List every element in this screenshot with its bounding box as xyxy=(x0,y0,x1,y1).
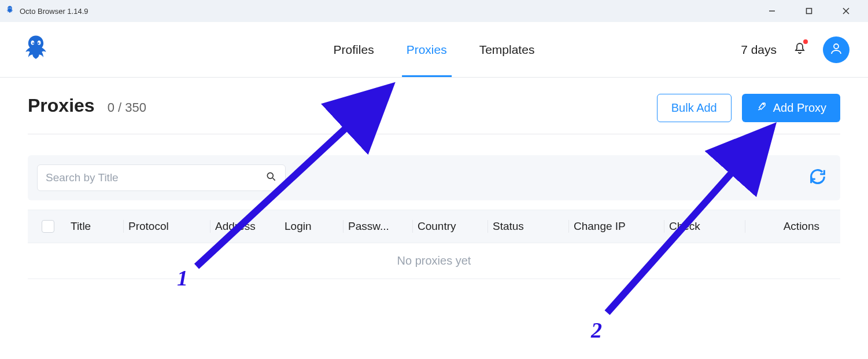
days-remaining[interactable]: 7 days xyxy=(741,43,777,57)
col-password[interactable]: Passw... xyxy=(343,220,413,233)
header-buttons: Bulk Add Add Proxy xyxy=(657,94,840,122)
col-address[interactable]: Address xyxy=(210,220,280,233)
user-icon xyxy=(829,42,843,58)
annotation-label-2: 2 xyxy=(591,317,602,343)
rocket-icon xyxy=(756,101,767,115)
page-header: Proxies 0 / 350 Bulk Add Add Proxy xyxy=(28,94,840,134)
title-left: Octo Browser 1.14.9 xyxy=(5,5,88,17)
col-status[interactable]: Status xyxy=(488,220,569,233)
search-bar xyxy=(28,155,840,200)
window-controls xyxy=(762,3,856,19)
nav-tabs: Profiles Proxies Templates xyxy=(334,22,535,77)
notification-dot xyxy=(803,39,808,44)
logo-icon xyxy=(19,31,53,68)
select-all-cell xyxy=(37,220,66,233)
col-actions: Actions xyxy=(745,220,831,233)
col-protocol[interactable]: Protocol xyxy=(124,220,210,233)
svg-point-8 xyxy=(32,42,34,44)
svg-rect-3 xyxy=(807,9,812,14)
maximize-button[interactable] xyxy=(799,3,819,19)
select-all-checkbox[interactable] xyxy=(42,220,54,233)
search-icon[interactable] xyxy=(265,171,277,185)
proxy-count: 0 / 350 xyxy=(108,100,146,115)
tab-proxies[interactable]: Proxies xyxy=(407,22,447,77)
add-proxy-label: Add Proxy xyxy=(773,101,826,115)
app-icon xyxy=(5,5,15,17)
add-proxy-button[interactable]: Add Proxy xyxy=(742,94,840,122)
col-login[interactable]: Login xyxy=(280,220,343,233)
bell-icon xyxy=(793,47,807,57)
refresh-button[interactable] xyxy=(804,163,831,192)
empty-state: No proxies yet xyxy=(28,243,840,279)
col-change-ip[interactable]: Change IP xyxy=(569,220,664,233)
tab-templates[interactable]: Templates xyxy=(479,22,535,77)
page-content: Proxies 0 / 350 Bulk Add Add Proxy xyxy=(0,78,868,279)
tab-profiles[interactable]: Profiles xyxy=(334,22,374,77)
proxies-table: Title Protocol Address Login Passw... Co… xyxy=(28,210,840,279)
search-input-wrap xyxy=(37,164,286,191)
user-avatar[interactable] xyxy=(823,36,849,63)
refresh-icon xyxy=(808,178,828,188)
col-country[interactable]: Country xyxy=(413,220,488,233)
svg-point-11 xyxy=(267,173,273,178)
window-title-bar: Octo Browser 1.14.9 xyxy=(0,0,868,22)
svg-point-0 xyxy=(9,8,10,9)
page-title: Proxies xyxy=(28,95,95,116)
app-header: Profiles Proxies Templates 7 days xyxy=(0,22,868,78)
search-input[interactable] xyxy=(46,171,265,184)
svg-point-1 xyxy=(10,8,12,9)
svg-point-9 xyxy=(38,42,39,44)
svg-point-10 xyxy=(834,44,839,49)
close-button[interactable] xyxy=(836,3,856,19)
table-header-row: Title Protocol Address Login Passw... Co… xyxy=(28,210,840,243)
notifications-button[interactable] xyxy=(793,42,807,58)
page-title-wrap: Proxies 0 / 350 xyxy=(28,95,146,116)
header-right: 7 days xyxy=(741,36,849,63)
bulk-add-button[interactable]: Bulk Add xyxy=(657,94,732,122)
window-title: Octo Browser 1.14.9 xyxy=(20,7,88,16)
svg-line-12 xyxy=(273,178,275,181)
col-title[interactable]: Title xyxy=(66,220,124,233)
minimize-button[interactable] xyxy=(762,3,782,19)
col-check[interactable]: Check xyxy=(664,220,745,233)
